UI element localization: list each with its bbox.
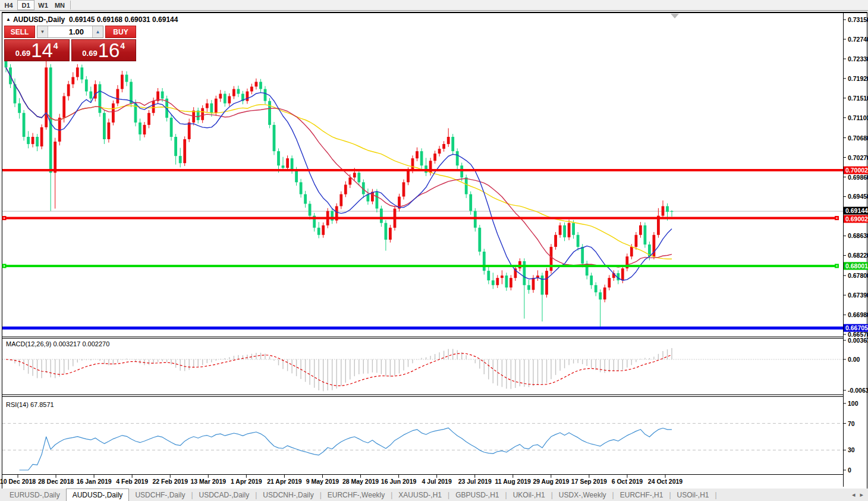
- candle-body: [568, 223, 571, 237]
- price-tick-label: 0.66980: [848, 311, 868, 318]
- sell-button[interactable]: SELL: [4, 26, 35, 38]
- candle-body: [438, 149, 441, 154]
- candle-body: [662, 206, 665, 216]
- candle-body: [23, 113, 26, 137]
- volume-decrease-button[interactable]: ▼: [37, 26, 48, 37]
- candle-body: [277, 151, 280, 165]
- candle-body: [179, 156, 182, 163]
- candle-body: [353, 173, 356, 177]
- price-tick-label: 0.72330: [848, 55, 868, 62]
- price-tick-label: 0.68220: [848, 252, 868, 259]
- rsi-tick-label: 70: [848, 420, 855, 427]
- chart-tab-xauusd[interactable]: XAUUSD-,H1: [392, 489, 448, 501]
- date-tick-label: 28 Dec 2018: [38, 478, 74, 485]
- chart-tab-usdx[interactable]: USDX-,Weekly: [553, 489, 612, 501]
- candle-body: [510, 278, 512, 287]
- candle-body: [644, 226, 647, 245]
- candle-body: [304, 194, 307, 203]
- candle-body: [108, 123, 111, 139]
- candle-body: [170, 118, 173, 137]
- date-tick-label: 6 Oct 2019: [612, 478, 643, 485]
- candle-body: [442, 144, 445, 149]
- volume-input[interactable]: 1.00: [48, 26, 92, 37]
- candle-body: [174, 137, 177, 156]
- candle-body: [286, 158, 289, 168]
- candle-body: [71, 77, 74, 84]
- price-tick-label: 0.69450: [848, 193, 868, 200]
- candle-body: [80, 67, 83, 79]
- candle-body: [228, 96, 231, 104]
- candle-body: [317, 228, 320, 235]
- candle-body: [492, 280, 495, 285]
- chart-tab-gbpusd[interactable]: GBPUSD-,H1: [449, 489, 505, 501]
- volume-increase-button[interactable]: ▲: [92, 26, 103, 37]
- price-chart[interactable]: 0.731500.727400.723300.719200.715100.711…: [0, 0, 868, 501]
- candle-body: [309, 204, 312, 216]
- sell-price-big: 14: [31, 42, 53, 60]
- chart-tab-usdcnh[interactable]: USDCNH-,Daily: [257, 489, 319, 501]
- sell-price-prefix: 0.69: [15, 49, 30, 58]
- volume-spinner: ▼ 1.00 ▲: [37, 26, 103, 38]
- chart-tab-eurchf[interactable]: EURCHF-,Weekly: [322, 489, 391, 501]
- candle-body: [501, 275, 504, 278]
- candle-body: [219, 94, 222, 99]
- level-line-anchor-dot: [836, 265, 838, 267]
- candle-body: [268, 101, 271, 125]
- date-tick-label: 28 May 2019: [342, 478, 379, 485]
- chart-tab-usdchf[interactable]: USDCHF-,Daily: [129, 489, 191, 501]
- candle-body: [671, 211, 674, 212]
- candle-body: [532, 278, 535, 290]
- chart-tab-audusd[interactable]: AUDUSD-,Daily: [66, 489, 130, 501]
- candle-body: [460, 165, 463, 177]
- candle-body: [380, 209, 383, 223]
- date-tick-label: 23 Jul 2019: [458, 478, 492, 485]
- buy-button[interactable]: BUY: [105, 26, 136, 38]
- price-level-label-text: 0.68001: [845, 262, 868, 270]
- candle-body: [344, 184, 347, 194]
- chart-quotes-label: 0.69145 0.69168 0.69031 0.69144: [69, 15, 178, 24]
- candle-body: [465, 177, 468, 194]
- candle-body: [215, 99, 218, 113]
- date-tick-label: 9 May 2019: [306, 478, 339, 485]
- date-tick-label: 4 Feb 2019: [116, 478, 148, 485]
- candle-body: [255, 82, 258, 87]
- candle-body: [183, 139, 186, 163]
- chart-tab-usoil[interactable]: USOil-,H1: [671, 489, 715, 501]
- buy-price-big: 16: [98, 42, 120, 60]
- sell-price-pip: 4: [54, 41, 58, 51]
- chart-tab-ukoil[interactable]: UKOil-,H1: [507, 489, 551, 501]
- chart-tab-usdcad[interactable]: USDCAD-,Daily: [193, 489, 256, 501]
- candle-body: [541, 275, 544, 295]
- tab-scroll-right-icon[interactable]: ▸: [860, 491, 868, 501]
- chart-tab-eurchf[interactable]: EURCHF-,H1: [614, 489, 669, 501]
- ma-mid: [6, 67, 672, 267]
- date-tick-label: 17 Sep 2019: [571, 478, 607, 485]
- price-tick-label: 0.71100: [848, 114, 868, 121]
- candle-body: [295, 170, 298, 182]
- candle-body: [505, 275, 508, 287]
- candle-body: [348, 177, 351, 184]
- sell-price-box[interactable]: 0.69 14 4: [4, 39, 70, 61]
- candle-body: [487, 271, 490, 280]
- candle-body: [40, 127, 43, 146]
- candle-body: [389, 228, 392, 240]
- chart-tab-eurusd[interactable]: EURUSD-,Daily: [4, 489, 66, 501]
- candle-body: [188, 123, 191, 139]
- tab-scroll-left-icon[interactable]: ◂: [852, 491, 860, 501]
- candle-body: [139, 123, 141, 134]
- candle-body: [125, 75, 128, 82]
- candle-body: [147, 113, 150, 125]
- candle-body: [201, 108, 204, 120]
- level-line-anchor-dot: [836, 217, 838, 218]
- candle-body: [206, 104, 209, 108]
- buy-price-box[interactable]: 0.69 16 4: [71, 39, 137, 61]
- candle-body: [402, 182, 405, 196]
- candle-body: [232, 89, 235, 96]
- macd-indicator-label: MACD(12,26,9) 0.003217 0.002270: [6, 340, 109, 347]
- candle-body: [630, 247, 633, 256]
- candle-body: [474, 211, 477, 228]
- candle-body: [639, 226, 642, 235]
- candle-body: [161, 92, 164, 99]
- candle-body: [433, 154, 436, 161]
- arrow-up-icon: ▲: [96, 29, 100, 35]
